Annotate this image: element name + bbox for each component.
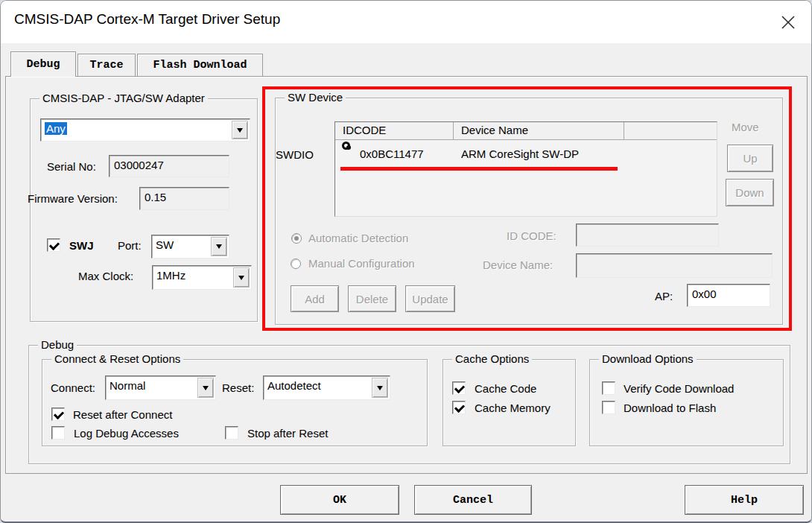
adapter-group-title: CMSIS-DAP - JTAG/SW Adapter [39, 92, 208, 104]
move-up-button[interactable]: Up [727, 145, 773, 172]
id-code-label: ID CODE: [507, 229, 556, 242]
stop-after-reset-checkbox[interactable] [225, 426, 238, 440]
delete-button-label: Delete [356, 293, 388, 305]
add-button[interactable]: Add [291, 285, 339, 312]
column-header-idcode[interactable]: IDCODE [335, 122, 454, 140]
cancel-button[interactable]: Cancel [414, 485, 532, 515]
tab-flash-download[interactable]: Flash Download [137, 54, 263, 76]
chevron-down-icon [216, 244, 222, 249]
title-bar: CMSIS-DAP Cortex-M Target Driver Setup [1, 1, 811, 43]
chevron-down-icon [238, 276, 244, 280]
max-clock-select[interactable]: 1MHz [152, 265, 252, 290]
manual-configuration-radio[interactable] [291, 259, 301, 269]
port-select-value: SW [156, 238, 174, 251]
table-row[interactable]: 0x0BC11477 ARM CoreSight SW-DP [335, 141, 717, 166]
manual-configuration-label: Manual Configuration [308, 257, 415, 270]
swj-label: SWJ [69, 239, 94, 252]
debug-group-title: Debug [38, 338, 77, 351]
move-up-label: Up [743, 152, 757, 165]
tab-debug-label: Debug [26, 58, 60, 71]
move-label: Move [732, 121, 759, 133]
device-name-label: Device Name: [483, 259, 553, 271]
chevron-down-icon [377, 386, 383, 390]
swj-checkbox[interactable] [47, 238, 60, 252]
reset-after-connect-checkbox[interactable] [51, 408, 65, 421]
device-name-field [576, 253, 773, 278]
reset-after-connect-label: Reset after Connect [73, 408, 172, 421]
automatic-detection-label: Automatic Detection [308, 232, 408, 244]
max-clock-select-dropdown-button[interactable] [233, 267, 250, 288]
sw-device-table-header: IDCODE Device Name [335, 122, 717, 140]
close-button[interactable] [777, 11, 799, 34]
update-button[interactable]: Update [405, 285, 455, 312]
help-button-label: Help [731, 494, 758, 507]
tab-trace[interactable]: Trace [77, 54, 136, 76]
cache-code-label: Cache Code [475, 382, 536, 395]
verify-code-download-checkbox[interactable] [602, 381, 615, 395]
port-label: Port: [118, 239, 142, 252]
firmware-version-field: 0.15 [139, 187, 229, 210]
sw-device-group-title: SW Device [285, 91, 346, 104]
download-to-flash-checkbox[interactable] [602, 401, 615, 414]
verify-code-download-label: Verify Code Download [624, 382, 734, 395]
row-idcode-value: 0x0BC11477 [360, 148, 424, 160]
move-down-button[interactable]: Down [726, 179, 774, 206]
ok-button-label: OK [333, 494, 346, 507]
connect-select-dropdown-button[interactable] [197, 378, 214, 398]
tab-trace-label: Trace [89, 59, 123, 72]
serial-no-label: Serial No: [47, 160, 96, 173]
row-selected-radio-icon[interactable] [342, 142, 350, 150]
download-options-group-title: Download Options [599, 352, 697, 365]
row-device-name-value: ARM CoreSight SW-DP [454, 148, 624, 160]
connect-select[interactable]: Normal [105, 375, 216, 400]
tab-flash-download-label: Flash Download [153, 59, 247, 72]
automatic-detection-radio[interactable] [291, 233, 302, 244]
log-debug-accesses-label: Log Debug Accesses [74, 427, 179, 440]
stop-after-reset-label: Stop after Reset [247, 427, 328, 440]
cache-code-checkbox[interactable] [452, 381, 466, 395]
id-code-field [576, 224, 719, 247]
cancel-button-label: Cancel [453, 494, 493, 507]
connect-select-value: Normal [110, 379, 145, 392]
tab-debug[interactable]: Debug [10, 51, 76, 77]
column-header-blank[interactable] [624, 122, 717, 140]
firmware-version-label: Firmware Version: [28, 192, 118, 205]
ap-label: AP: [655, 290, 673, 302]
ap-field[interactable]: 0x00 [687, 284, 770, 307]
reset-label: Reset: [222, 381, 254, 394]
swdio-label: SWDIO [276, 148, 314, 161]
connect-label: Connect: [51, 381, 95, 394]
cache-memory-label: Cache Memory [475, 402, 551, 414]
download-to-flash-label: Download to Flash [624, 402, 716, 414]
red-underline [340, 167, 618, 171]
delete-button[interactable]: Delete [348, 285, 396, 312]
cache-options-group-title: Cache Options [452, 352, 532, 365]
log-debug-accesses-checkbox[interactable] [51, 426, 65, 440]
max-clock-label: Max Clock: [78, 270, 133, 282]
reset-select-value: Autodetect [267, 379, 321, 392]
adapter-select-value: Any [45, 122, 67, 135]
add-button-label: Add [305, 293, 325, 305]
help-button[interactable]: Help [685, 485, 804, 515]
connect-reset-group-title: Connect & Reset Options [51, 352, 183, 365]
column-header-device-name[interactable]: Device Name [454, 122, 624, 140]
dialog-title: CMSIS-DAP Cortex-M Target Driver Setup [14, 11, 280, 28]
dialog-cmsis-dap-setup: CMSIS-DAP Cortex-M Target Driver Setup D… [0, 0, 812, 523]
reset-select-dropdown-button[interactable] [372, 378, 388, 398]
update-button-label: Update [412, 293, 448, 305]
cache-memory-checkbox[interactable] [452, 401, 466, 414]
adapter-select-dropdown-button[interactable] [232, 121, 248, 139]
chevron-down-icon [203, 386, 209, 390]
move-down-label: Down [735, 186, 764, 199]
reset-select[interactable]: Autodetect [263, 375, 390, 400]
serial-no-field: 03000247 [109, 155, 229, 177]
ok-button[interactable]: OK [280, 485, 399, 515]
port-select[interactable]: SW [151, 235, 229, 259]
chevron-down-icon [237, 128, 243, 133]
adapter-select[interactable]: Any [40, 118, 250, 142]
port-select-dropdown-button[interactable] [211, 237, 227, 256]
max-clock-select-value: 1MHz [156, 269, 185, 282]
close-icon [780, 14, 796, 31]
